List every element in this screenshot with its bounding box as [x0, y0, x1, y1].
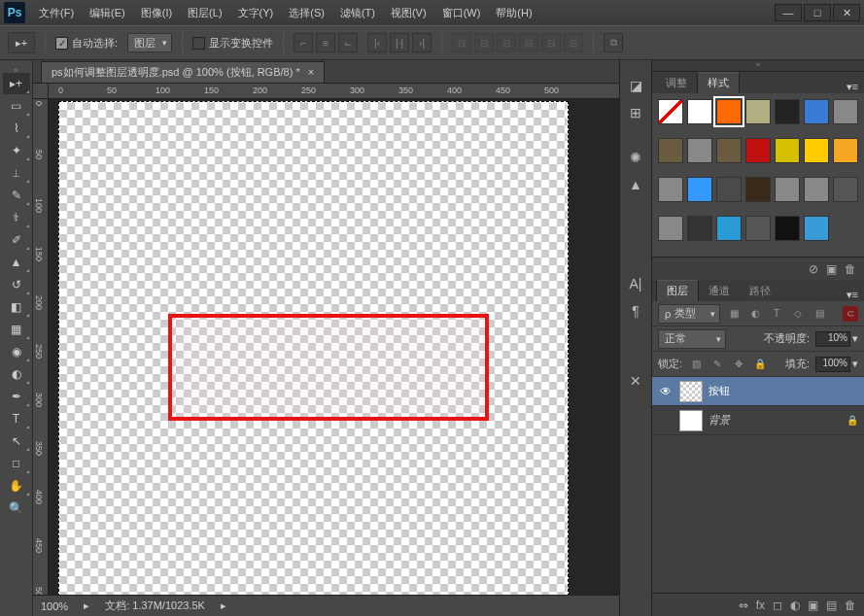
align-bottom-icon[interactable]: ⌙: [338, 33, 358, 52]
style-swatch[interactable]: [687, 216, 712, 241]
style-swatch[interactable]: [745, 177, 771, 202]
style-swatch[interactable]: [745, 138, 771, 163]
zoom-level[interactable]: 100%: [41, 600, 68, 612]
lock-position-icon[interactable]: ✥: [731, 357, 746, 372]
style-swatch[interactable]: [687, 99, 712, 124]
menu-edit[interactable]: 编辑(E): [82, 6, 133, 20]
auto-select-target-dropdown[interactable]: 图层: [127, 33, 172, 52]
filter-pixel-icon[interactable]: ▦: [726, 306, 742, 322]
new-layer-icon[interactable]: ▤: [826, 599, 837, 612]
maximize-button[interactable]: □: [804, 4, 831, 21]
panel-collapse-button[interactable]: »: [652, 60, 864, 72]
tab-paths[interactable]: 路径: [740, 281, 780, 301]
menu-help[interactable]: 帮助(H): [488, 6, 539, 20]
lasso-tool[interactable]: ⌇: [3, 118, 30, 139]
style-swatch[interactable]: [658, 216, 683, 241]
shape-tool[interactable]: □: [3, 453, 30, 474]
style-swatch[interactable]: [716, 177, 742, 202]
style-swatch[interactable]: [804, 177, 829, 202]
menu-filter[interactable]: 滤镜(T): [332, 6, 383, 20]
style-swatch[interactable]: [745, 99, 771, 124]
gradient-tool[interactable]: ▦: [3, 319, 30, 340]
eraser-tool[interactable]: ◧: [3, 296, 30, 318]
link-layers-icon[interactable]: ⇔: [739, 599, 748, 612]
panel-menu-icon[interactable]: ▾≡: [841, 81, 864, 93]
type-tool[interactable]: T: [3, 408, 30, 429]
ruler-vertical[interactable]: 050100150200250300350400450500: [33, 99, 49, 595]
layer-content-button-rect[interactable]: [168, 314, 489, 421]
menu-select[interactable]: 选择(S): [281, 6, 332, 20]
3d-mode-icon[interactable]: ⧉: [604, 33, 623, 52]
filter-adjust-icon[interactable]: ◐: [747, 306, 763, 322]
filter-toggle-switch[interactable]: ⊂: [843, 306, 858, 322]
chevron-down-icon[interactable]: ▾: [852, 358, 858, 370]
lock-pixels-icon[interactable]: ✎: [709, 357, 725, 372]
zoom-tool[interactable]: 🔍: [3, 497, 30, 519]
style-swatch[interactable]: [716, 99, 742, 124]
crop-tool[interactable]: ⟂: [3, 162, 30, 184]
auto-select-checkbox[interactable]: ✓ 自动选择:: [55, 36, 118, 51]
healing-tool[interactable]: ⚕: [3, 207, 30, 228]
magic-wand-tool[interactable]: ✦: [3, 140, 30, 161]
panel-menu-icon[interactable]: ▾≡: [841, 289, 864, 301]
blend-mode-dropdown[interactable]: 正常: [658, 329, 726, 349]
tab-close-icon[interactable]: ×: [308, 66, 314, 78]
style-swatch[interactable]: [745, 216, 771, 241]
fill-input[interactable]: 100% ▾: [815, 357, 858, 372]
style-swatch[interactable]: [775, 177, 800, 202]
style-swatch[interactable]: [775, 216, 800, 241]
style-swatch[interactable]: [833, 177, 858, 202]
swatches-panel-icon[interactable]: ⊞: [624, 101, 647, 124]
tab-channels[interactable]: 通道: [699, 281, 740, 301]
layer-mask-icon[interactable]: ◻: [773, 599, 782, 612]
lock-all-icon[interactable]: 🔒: [752, 357, 768, 372]
layer-row[interactable]: 背景 🔒: [652, 406, 864, 435]
canvas-viewport[interactable]: 050100150200250300350400450500 050100150…: [33, 84, 619, 595]
align-hcenter-icon[interactable]: |·|: [390, 33, 409, 52]
pen-tool[interactable]: ✒: [3, 386, 30, 407]
align-top-icon[interactable]: ⌐: [294, 33, 313, 52]
color-panel-icon[interactable]: ◪: [624, 74, 647, 97]
style-swatch[interactable]: [775, 99, 800, 124]
current-tool-indicator[interactable]: ▸+: [8, 32, 35, 53]
lock-transparency-icon[interactable]: ▨: [688, 357, 704, 372]
paragraph-panel-icon[interactable]: ¶: [624, 299, 647, 323]
ruler-horizontal[interactable]: 050100150200250300350400450500: [49, 84, 619, 99]
filter-smart-icon[interactable]: ▤: [812, 306, 827, 322]
menu-type[interactable]: 文字(Y): [230, 6, 282, 20]
trash-icon[interactable]: 🗑: [845, 599, 856, 612]
filter-shape-icon[interactable]: ◇: [790, 306, 806, 322]
tab-adjustments[interactable]: 调整: [656, 73, 697, 93]
style-swatch[interactable]: [833, 99, 858, 124]
eyedropper-tool[interactable]: ✎: [3, 185, 30, 206]
layer-filter-type-dropdown[interactable]: ρ 类型: [658, 304, 720, 324]
opacity-input[interactable]: 10% ▾: [815, 331, 858, 347]
marquee-tool[interactable]: ▭: [3, 95, 30, 117]
minimize-button[interactable]: —: [775, 4, 802, 21]
filter-type-icon[interactable]: T: [769, 306, 784, 322]
document-tab[interactable]: ps如何调整图层透明度.psd @ 100% (按钮, RGB/8) * ×: [41, 61, 325, 83]
style-swatch[interactable]: [687, 177, 712, 202]
tab-layers[interactable]: 图层: [656, 280, 699, 301]
layer-style-icon[interactable]: fx: [756, 599, 765, 612]
history-brush-tool[interactable]: ↺: [3, 274, 30, 295]
new-style-icon[interactable]: ▣: [826, 262, 837, 276]
style-swatch[interactable]: [775, 138, 800, 163]
ruler-origin[interactable]: [33, 84, 49, 99]
style-swatch[interactable]: [716, 138, 742, 163]
menu-file[interactable]: 文件(F): [31, 6, 82, 20]
style-swatch[interactable]: [658, 138, 683, 163]
style-swatch[interactable]: [687, 138, 712, 163]
fill-value[interactable]: 100%: [815, 357, 850, 372]
align-vcenter-icon[interactable]: ≡: [316, 33, 335, 52]
stamp-tool[interactable]: ▲: [3, 252, 30, 273]
tools-preset-icon[interactable]: ✕: [624, 369, 647, 393]
close-button[interactable]: ✕: [833, 4, 860, 21]
clear-style-icon[interactable]: ⊘: [809, 262, 818, 276]
style-swatch[interactable]: [804, 216, 829, 241]
show-transform-checkbox[interactable]: 显示变换控件: [192, 36, 273, 51]
trash-icon[interactable]: 🗑: [845, 262, 856, 276]
adjustments-panel-icon[interactable]: ✺: [624, 146, 647, 169]
character-panel-icon[interactable]: A|: [624, 272, 647, 295]
dodge-tool[interactable]: ◐: [3, 363, 30, 385]
